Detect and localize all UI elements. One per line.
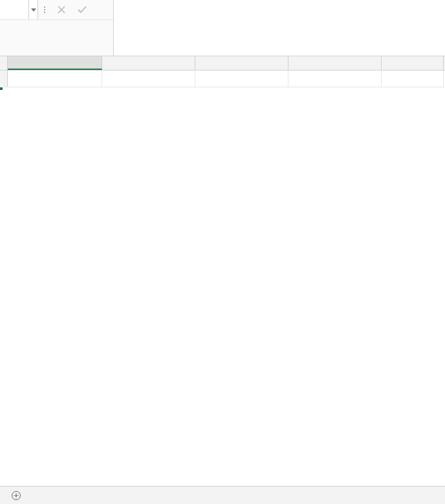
- plus-circle-icon: [11, 490, 21, 501]
- cell[interactable]: [288, 71, 382, 87]
- select-all-corner[interactable]: [0, 56, 8, 70]
- table-row: [0, 71, 445, 87]
- column-header-z[interactable]: [195, 56, 288, 70]
- cell[interactable]: [8, 71, 102, 87]
- column-header-aa[interactable]: [288, 56, 382, 70]
- formula-bar: [0, 0, 445, 56]
- spreadsheet-grid: [0, 56, 445, 87]
- check-icon: [78, 6, 87, 14]
- chevron-down-icon: [31, 8, 36, 12]
- selection-box: [0, 87, 3, 90]
- name-box[interactable]: [0, 0, 29, 19]
- sheet-tabs: [0, 486, 445, 504]
- column-header-ab[interactable]: [382, 56, 444, 70]
- grid-body: [0, 71, 445, 87]
- close-icon: [58, 6, 65, 14]
- name-box-dropdown[interactable]: [29, 0, 38, 19]
- cell[interactable]: [195, 71, 288, 87]
- new-sheet-button[interactable]: [5, 487, 27, 504]
- column-header-x[interactable]: [8, 56, 102, 70]
- row-header[interactable]: [0, 71, 8, 87]
- formula-input[interactable]: [113, 0, 445, 56]
- formula-bar-options[interactable]: [38, 0, 51, 19]
- insert-function-button[interactable]: [92, 0, 113, 19]
- column-header-y[interactable]: [102, 56, 195, 70]
- accept-formula-button[interactable]: [72, 0, 92, 19]
- column-headers: [0, 56, 445, 71]
- cancel-formula-button[interactable]: [51, 0, 72, 19]
- cell[interactable]: [382, 71, 444, 87]
- cell[interactable]: [102, 71, 195, 87]
